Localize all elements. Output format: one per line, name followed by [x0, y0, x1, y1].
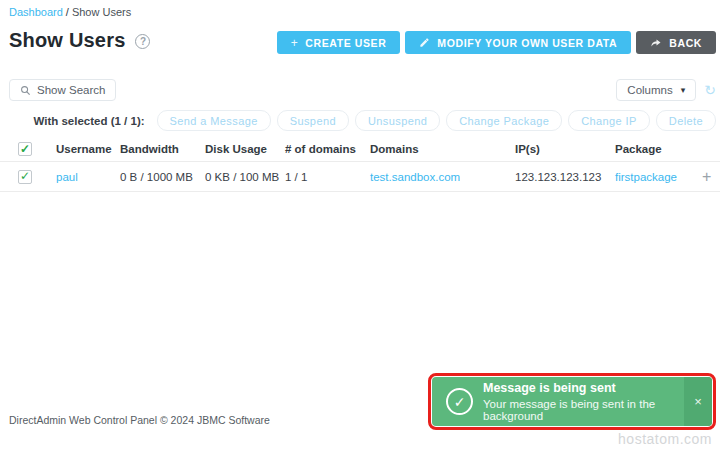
- annotation-highlight-box: ✓ Message is being sent Your message is …: [428, 373, 716, 430]
- plus-icon: +: [291, 36, 299, 50]
- domain-link[interactable]: test.sandbox.com: [370, 171, 515, 183]
- delete-button[interactable]: Delete: [656, 110, 716, 131]
- row-expand-plus-icon[interactable]: +: [700, 168, 720, 186]
- chevron-down-icon: ▾: [681, 85, 686, 95]
- with-selected-label: With selected (1 / 1):: [33, 115, 144, 127]
- success-check-icon: ✓: [446, 388, 473, 415]
- toast-title: Message is being sent: [483, 381, 684, 395]
- pencil-icon: [419, 37, 430, 48]
- page-title: Show Users: [9, 29, 125, 52]
- show-search-button[interactable]: Show Search: [9, 79, 116, 101]
- header-buttons: + CREATE USER MODIFY YOUR OWN USER DATA …: [277, 31, 716, 54]
- toast-notification: ✓ Message is being sent Your message is …: [432, 377, 712, 426]
- change-ip-button[interactable]: Change IP: [568, 110, 650, 131]
- table-row: ✓ paul 0 B / 1000 MB 0 KB / 100 MB 1 / 1…: [0, 162, 720, 192]
- unsuspend-button[interactable]: Unsuspend: [355, 110, 440, 131]
- breadcrumb-current: Show Users: [72, 6, 131, 18]
- col-num-domains: # of domains: [285, 143, 370, 155]
- search-icon: [20, 85, 31, 96]
- table-header-row: ✓ Username Bandwidth Disk Usage # of dom…: [0, 137, 720, 162]
- back-button[interactable]: BACK: [636, 31, 716, 54]
- toast-close-icon[interactable]: ×: [684, 377, 712, 426]
- breadcrumb-separator: /: [66, 6, 69, 18]
- title-row: Show Users ?: [9, 29, 150, 52]
- checkmark-icon: ✓: [20, 170, 30, 182]
- bandwidth-value: 0 B / 1000 MB: [120, 171, 205, 183]
- checkmark-icon: ✓: [20, 143, 30, 155]
- refresh-icon[interactable]: ↻: [704, 83, 716, 97]
- change-package-button[interactable]: Change Package: [446, 110, 562, 131]
- num-domains-value: 1 / 1: [285, 171, 370, 183]
- footer-text: DirectAdmin Web Control Panel © 2024 JBM…: [9, 414, 270, 426]
- toast-message: Your message is being sent in the backgr…: [483, 398, 684, 422]
- send-message-button[interactable]: Send a Message: [157, 110, 271, 131]
- modify-own-user-data-button[interactable]: MODIFY YOUR OWN USER DATA: [405, 31, 631, 54]
- col-bandwidth: Bandwidth: [120, 143, 205, 155]
- columns-dropdown[interactable]: Columns ▾: [616, 79, 696, 101]
- users-table: ✓ Username Bandwidth Disk Usage # of dom…: [0, 137, 720, 192]
- select-all-checkbox[interactable]: ✓: [18, 142, 32, 156]
- col-domains: Domains: [370, 143, 515, 155]
- col-username: Username: [56, 143, 120, 155]
- back-arrow-icon: [650, 37, 662, 49]
- help-icon[interactable]: ?: [135, 34, 150, 49]
- row-checkbox[interactable]: ✓: [18, 170, 32, 184]
- breadcrumb-dashboard-link[interactable]: Dashboard: [9, 6, 63, 18]
- breadcrumb: Dashboard/Show Users: [9, 6, 131, 18]
- col-disk-usage: Disk Usage: [205, 143, 285, 155]
- username-link[interactable]: paul: [56, 171, 120, 183]
- create-user-button[interactable]: + CREATE USER: [277, 31, 401, 54]
- ip-value: 123.123.123.123: [515, 171, 615, 183]
- suspend-button[interactable]: Suspend: [277, 110, 349, 131]
- show-users-page: Dashboard/Show Users Show Users ? + CREA…: [0, 0, 720, 450]
- watermark: hostatom.com: [618, 431, 712, 447]
- disk-usage-value: 0 KB / 100 MB: [205, 171, 285, 183]
- package-link[interactable]: firstpackage: [615, 171, 700, 183]
- col-ips: IP(s): [515, 143, 615, 155]
- bulk-actions-bar: With selected (1 / 1): Send a Message Su…: [33, 110, 716, 131]
- col-package: Package: [615, 143, 700, 155]
